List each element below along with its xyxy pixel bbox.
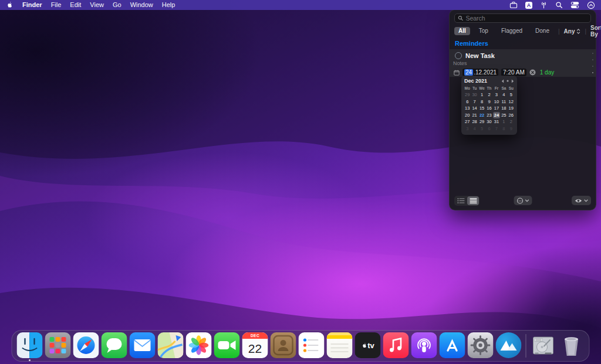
calendar-day[interactable]: 30 — [471, 91, 478, 98]
menu-item-file[interactable]: File — [51, 0, 62, 10]
input-source-icon[interactable]: A — [525, 2, 532, 9]
dock-mountain-app-icon[interactable] — [496, 332, 522, 359]
calendar-day[interactable]: 17 — [493, 105, 500, 112]
bullet-list-view-button[interactable] — [455, 196, 467, 205]
dock-photos-icon[interactable] — [186, 332, 212, 359]
dock-launchpad-icon[interactable] — [45, 332, 71, 359]
calendar-day[interactable]: 7 — [493, 125, 500, 132]
calendar-day[interactable]: 6 — [464, 98, 471, 106]
date-picker-popup: Dec 2021 MoTuWeThFrSaSu29301234567891011… — [461, 76, 517, 135]
calendar-day[interactable]: 1 — [478, 91, 485, 98]
today-dot-icon[interactable] — [507, 80, 509, 82]
calendar-day[interactable]: 12 — [508, 98, 515, 106]
calendar-day[interactable]: 31 — [493, 118, 500, 125]
calendar-day[interactable]: 5 — [478, 125, 485, 132]
calendar-day[interactable]: 9 — [508, 125, 515, 132]
task-notes-placeholder[interactable]: Notes — [453, 60, 592, 66]
dock-calendar-month: DEC — [242, 332, 268, 339]
calendar-day[interactable]: 13 — [464, 105, 471, 112]
dock-trash-icon[interactable] — [559, 332, 585, 359]
calendar-day[interactable]: 4 — [471, 125, 478, 132]
calendar-day[interactable]: 16 — [485, 105, 492, 112]
apple-menu-icon[interactable] — [6, 1, 13, 9]
menu-item-help[interactable]: Help — [162, 0, 175, 10]
dock-appletv-icon[interactable]: tv — [355, 332, 381, 359]
menu-item-finder[interactable]: Finder — [22, 0, 42, 10]
menu-item-go[interactable]: Go — [113, 0, 121, 10]
visibility-menu-button[interactable] — [572, 196, 591, 205]
calendar-day[interactable]: 24 — [493, 112, 500, 119]
calendar-day[interactable]: 21 — [471, 112, 478, 119]
dock-facetime-icon[interactable] — [214, 332, 240, 359]
calendar-day[interactable]: 22 — [478, 112, 485, 119]
dock-finder-icon[interactable] — [17, 332, 43, 359]
wireless-icon[interactable] — [540, 1, 548, 9]
calendar-day[interactable]: 1 — [500, 118, 507, 125]
dock-safari-icon[interactable] — [73, 332, 99, 359]
menu-item-view[interactable]: View — [90, 0, 104, 10]
line-list-view-button[interactable] — [467, 196, 479, 205]
search-input[interactable] — [465, 15, 588, 22]
calendar-day[interactable]: 2 — [508, 118, 515, 125]
filter-tab-all[interactable]: All — [454, 27, 470, 35]
emoji-menu-button[interactable] — [514, 196, 532, 205]
calendar-day[interactable]: 23 — [485, 112, 492, 119]
calendar-day[interactable]: 30 — [485, 118, 492, 125]
calendar-day[interactable]: 8 — [478, 98, 485, 106]
calendar-day[interactable]: 6 — [485, 125, 492, 132]
dock-reminders-icon[interactable] — [299, 332, 325, 359]
filter-tab-done[interactable]: Done — [531, 27, 553, 35]
clear-date-button[interactable] — [529, 69, 536, 76]
any-dropdown[interactable]: Any — [564, 28, 581, 35]
calendar-day[interactable]: 27 — [464, 118, 471, 125]
sort-by-dropdown[interactable]: Sort By — [590, 25, 601, 38]
calendar-day[interactable]: 28 — [471, 118, 478, 125]
dock-podcasts-icon[interactable] — [411, 332, 437, 359]
calendar-day[interactable]: 14 — [471, 105, 478, 112]
calendar-day[interactable]: 26 — [508, 112, 515, 119]
calendar-day[interactable]: 7 — [471, 98, 478, 106]
filter-tab-flagged[interactable]: Flagged — [497, 27, 526, 35]
briefcase-icon[interactable] — [509, 1, 518, 9]
filter-tab-top[interactable]: Top — [475, 27, 492, 35]
calendar-day[interactable]: 4 — [500, 91, 507, 98]
card-drag-dots[interactable] — [592, 53, 593, 73]
menu-item-window[interactable]: Window — [130, 0, 153, 10]
dock-music-icon[interactable] — [383, 332, 409, 359]
dock-appstore-icon[interactable] — [440, 332, 465, 359]
spotlight-search-icon[interactable] — [555, 1, 563, 9]
calendar-day[interactable]: 29 — [478, 118, 485, 125]
calendar-day[interactable]: 11 — [500, 98, 507, 106]
task-complete-radio[interactable] — [455, 52, 462, 59]
dock-maps-icon[interactable] — [158, 332, 184, 359]
task-card[interactable]: New Task Notes 24.12.2021 7:20 AM 1 day — [450, 49, 596, 77]
dock-contacts-icon[interactable] — [271, 332, 296, 359]
calendar-day[interactable]: 8 — [500, 125, 507, 132]
dock-system-preferences-icon[interactable] — [468, 332, 494, 359]
control-center-icon[interactable] — [570, 1, 579, 9]
calendar-day[interactable]: 19 — [508, 105, 515, 112]
search-field[interactable] — [454, 13, 591, 23]
prev-month-icon[interactable] — [501, 79, 504, 83]
calendar-day[interactable]: 9 — [485, 98, 492, 106]
calendar-day[interactable]: 2 — [485, 91, 492, 98]
calendar-day[interactable]: 18 — [500, 105, 507, 112]
dock-notes-icon[interactable] — [327, 332, 353, 359]
calendar-day[interactable]: 15 — [478, 105, 485, 112]
calendar-day[interactable]: 10 — [493, 98, 500, 106]
dock-mail-icon[interactable] — [130, 332, 156, 359]
dock-calendar-icon[interactable]: DEC22 — [242, 332, 268, 359]
calendar-day-header: Fr — [493, 86, 500, 91]
dock: DEC22tv — [12, 330, 590, 362]
calendar-day[interactable]: 29 — [464, 91, 471, 98]
calendar-day[interactable]: 3 — [493, 91, 500, 98]
calendar-day[interactable]: 25 — [500, 112, 507, 119]
calendar-day[interactable]: 3 — [464, 125, 471, 132]
chevron-circle-icon[interactable] — [587, 1, 595, 9]
next-month-icon[interactable] — [511, 79, 514, 83]
dock-harddrive-icon[interactable] — [531, 332, 556, 359]
dock-messages-icon[interactable] — [102, 332, 127, 359]
menu-item-edit[interactable]: Edit — [70, 0, 81, 10]
calendar-day[interactable]: 20 — [464, 112, 471, 119]
calendar-day[interactable]: 5 — [508, 91, 515, 98]
